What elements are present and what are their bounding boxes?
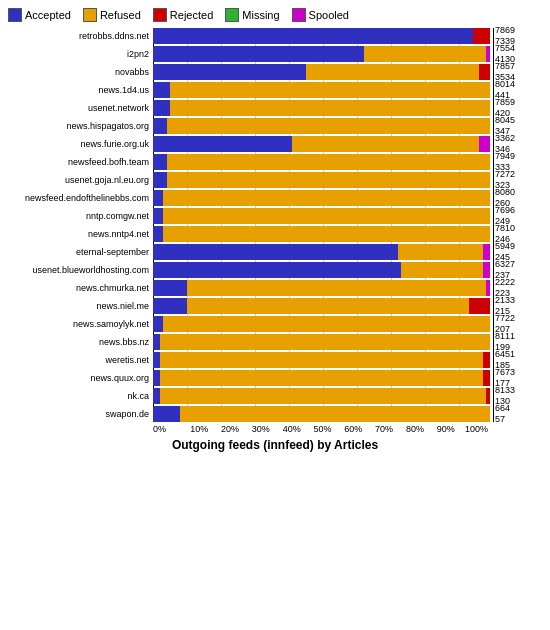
bar-segment-accepted: [153, 100, 170, 116]
bar-segment-accepted: [153, 262, 401, 278]
bar-values: 2222223: [495, 280, 541, 296]
bar-val1: 7857: [495, 61, 541, 72]
bar-values: 75544130: [495, 46, 541, 62]
legend-refused: Refused: [83, 8, 141, 22]
bar-values: 6451185: [495, 352, 541, 368]
bar-wrapper: 8014441: [153, 82, 493, 98]
x-axis-label: 70%: [369, 424, 400, 434]
bar-values: 2133215: [495, 298, 541, 314]
bar-val1: 664: [495, 403, 541, 414]
row-label: news.quux.org: [8, 373, 153, 383]
bar-row: i2pn275544130: [8, 46, 542, 62]
bar-wrapper: 2222223: [153, 280, 493, 296]
legend-box-missing: [225, 8, 239, 22]
row-label: retrobbs.ddns.net: [8, 31, 153, 41]
bar-val1: 7949: [495, 151, 541, 162]
bar-val1: 7272: [495, 169, 541, 180]
bar-segment-refused: [163, 316, 489, 332]
bar-val1: 2222: [495, 277, 541, 288]
legend-box-accepted: [8, 8, 22, 22]
row-label: nk.ca: [8, 391, 153, 401]
bar-values: 7949333: [495, 154, 541, 170]
row-label: nntp.comgw.net: [8, 211, 153, 221]
bar-values: 7859420: [495, 100, 541, 116]
bar-segment-refused: [163, 208, 489, 224]
bar-segment-refused: [306, 64, 479, 80]
bar-segment-accepted: [153, 154, 167, 170]
row-label: news.1d4.us: [8, 85, 153, 95]
bar-segment-accepted: [153, 280, 187, 296]
bar-wrapper: 6327237: [153, 262, 493, 278]
x-axis-label: 0%: [153, 424, 184, 434]
x-axis-label: 60%: [338, 424, 369, 434]
legend-label-accepted: Accepted: [25, 9, 71, 21]
bar-wrapper: 8111199: [153, 334, 493, 350]
bar-segment-spooled: [479, 136, 489, 152]
row-label: newsfeed.bofh.team: [8, 157, 153, 167]
row-label: eternal-september: [8, 247, 153, 257]
bar-segment-accepted: [153, 190, 163, 206]
bar-row: usenet.blueworldhosting.com6327237: [8, 262, 542, 278]
x-axis-label: 80%: [400, 424, 431, 434]
bar-row: usenet.goja.nl.eu.org7272323: [8, 172, 542, 188]
bar-segment-refused: [160, 334, 490, 350]
bar-values: 8111199: [495, 334, 541, 350]
bar-row: weretis.net6451185: [8, 352, 542, 368]
bar-val1: 7722: [495, 313, 541, 324]
bar-values: 3362346: [495, 136, 541, 152]
bar-values: 7722207: [495, 316, 541, 332]
bar-segment-rejected: [483, 352, 490, 368]
bar-segment-refused: [160, 388, 486, 404]
bar-wrapper: 78573534: [153, 64, 493, 80]
legend-box-rejected: [153, 8, 167, 22]
bar-row: news.chmurka.net2222223: [8, 280, 542, 296]
row-label: usenet.network: [8, 103, 153, 113]
bar-segment-rejected: [479, 64, 489, 80]
row-label: news.furie.org.uk: [8, 139, 153, 149]
x-axis-label: 30%: [245, 424, 276, 434]
bar-row: retrobbs.ddns.net78697339: [8, 28, 542, 44]
bar-segment-accepted: [153, 316, 163, 332]
bar-wrapper: 8133130: [153, 388, 493, 404]
bar-segment-refused: [398, 244, 483, 260]
legend-box-spooled: [292, 8, 306, 22]
bar-val1: 3362: [495, 133, 541, 144]
bar-wrapper: 75544130: [153, 46, 493, 62]
bar-values: 8014441: [495, 82, 541, 98]
bar-segment-accepted: [153, 82, 170, 98]
bar-segment-accepted: [153, 388, 160, 404]
bar-val1: 7869: [495, 25, 541, 36]
x-axis-label: 40%: [276, 424, 307, 434]
bar-segment-accepted: [153, 406, 180, 422]
bar-segment-accepted: [153, 244, 398, 260]
legend: Accepted Refused Rejected Missing Spoole…: [8, 8, 542, 22]
bar-values: 66457: [495, 406, 541, 422]
bar-row: nntp.comgw.net7696249: [8, 208, 542, 224]
x-axis-label: 50%: [307, 424, 338, 434]
row-label: i2pn2: [8, 49, 153, 59]
bar-values: 5949245: [495, 244, 541, 260]
legend-rejected: Rejected: [153, 8, 213, 22]
bar-values: 8045347: [495, 118, 541, 134]
bar-wrapper: 7696249: [153, 208, 493, 224]
bar-segment-rejected: [483, 370, 490, 386]
bar-wrapper: 8080260: [153, 190, 493, 206]
chart-title: Outgoing feeds (innfeed) by Articles: [8, 438, 542, 452]
bar-segment-accepted: [153, 352, 160, 368]
bar-wrapper: 6451185: [153, 352, 493, 368]
bar-row: nk.ca8133130: [8, 388, 542, 404]
bar-wrapper: 78697339: [153, 28, 493, 44]
bar-val2: 57: [495, 414, 541, 425]
bar-segment-spooled: [486, 46, 489, 62]
bar-segment-accepted: [153, 28, 473, 44]
bar-segment-refused: [160, 352, 483, 368]
bar-row: news.bbs.nz8111199: [8, 334, 542, 350]
bar-val1: 6451: [495, 349, 541, 360]
bar-val1: 7673: [495, 367, 541, 378]
bar-segment-accepted: [153, 226, 163, 242]
bar-values: 7696249: [495, 208, 541, 224]
bar-wrapper: 7949333: [153, 154, 493, 170]
bar-wrapper: 8045347: [153, 118, 493, 134]
bar-wrapper: 2133215: [153, 298, 493, 314]
bar-segment-refused: [167, 118, 490, 134]
